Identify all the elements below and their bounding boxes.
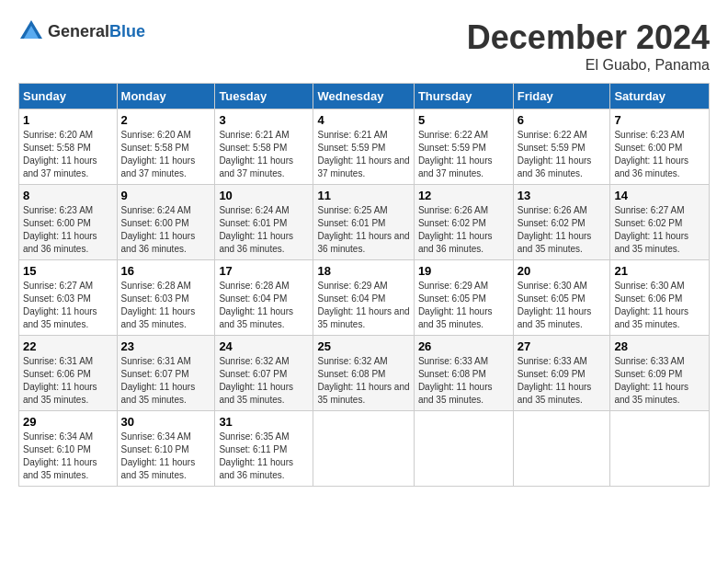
calendar-cell: 22Sunrise: 6:31 AMSunset: 6:06 PMDayligh… xyxy=(19,336,118,411)
calendar-cell: 12Sunrise: 6:26 AMSunset: 6:02 PMDayligh… xyxy=(414,185,513,260)
calendar-cell: 14Sunrise: 6:27 AMSunset: 6:02 PMDayligh… xyxy=(610,185,710,260)
calendar-week-row: 1Sunrise: 6:20 AMSunset: 5:58 PMDaylight… xyxy=(19,109,710,185)
location: El Guabo, Panama xyxy=(467,57,710,74)
day-info: Sunrise: 6:28 AMSunset: 6:04 PMDaylight:… xyxy=(219,280,309,331)
day-number: 5 xyxy=(418,113,509,127)
day-info: Sunrise: 6:31 AMSunset: 6:07 PMDaylight:… xyxy=(121,355,211,407)
day-info: Sunrise: 6:33 AMSunset: 6:09 PMDaylight:… xyxy=(518,355,607,407)
calendar-cell: 9Sunrise: 6:24 AMSunset: 6:00 PMDaylight… xyxy=(117,185,215,260)
day-info: Sunrise: 6:22 AMSunset: 5:59 PMDaylight:… xyxy=(518,129,607,180)
day-info: Sunrise: 6:26 AMSunset: 6:02 PMDaylight:… xyxy=(418,204,509,256)
calendar-cell: 16Sunrise: 6:28 AMSunset: 6:03 PMDayligh… xyxy=(117,260,215,336)
calendar-cell: 1Sunrise: 6:20 AMSunset: 5:58 PMDaylight… xyxy=(19,109,118,185)
day-info: Sunrise: 6:29 AMSunset: 6:04 PMDaylight:… xyxy=(317,280,409,331)
weekday-header: Thursday xyxy=(414,84,513,109)
calendar-cell: 26Sunrise: 6:33 AMSunset: 6:08 PMDayligh… xyxy=(414,336,513,411)
day-number: 9 xyxy=(121,189,211,202)
day-info: Sunrise: 6:25 AMSunset: 6:01 PMDaylight:… xyxy=(317,204,409,256)
calendar-cell: 23Sunrise: 6:31 AMSunset: 6:07 PMDayligh… xyxy=(117,336,215,411)
calendar-cell: 15Sunrise: 6:27 AMSunset: 6:03 PMDayligh… xyxy=(19,260,118,336)
calendar-cell xyxy=(313,411,414,487)
day-info: Sunrise: 6:21 AMSunset: 5:58 PMDaylight:… xyxy=(219,129,309,180)
day-info: Sunrise: 6:26 AMSunset: 6:02 PMDaylight:… xyxy=(518,204,607,256)
day-info: Sunrise: 6:23 AMSunset: 6:00 PMDaylight:… xyxy=(614,129,705,180)
day-info: Sunrise: 6:24 AMSunset: 6:00 PMDaylight:… xyxy=(121,204,211,256)
calendar-cell: 2Sunrise: 6:20 AMSunset: 5:58 PMDaylight… xyxy=(117,109,215,185)
calendar-week-row: 29Sunrise: 6:34 AMSunset: 6:10 PMDayligh… xyxy=(19,411,710,487)
calendar-cell: 28Sunrise: 6:33 AMSunset: 6:09 PMDayligh… xyxy=(610,336,710,411)
day-number: 19 xyxy=(418,264,509,278)
weekday-header: Friday xyxy=(513,84,610,109)
weekday-header: Wednesday xyxy=(313,84,414,109)
month-title: December 2024 xyxy=(467,18,710,57)
calendar-cell xyxy=(610,411,710,487)
day-number: 27 xyxy=(518,339,607,353)
logo-text: GeneralBlue xyxy=(48,22,145,41)
weekday-header: Saturday xyxy=(610,84,710,109)
calendar-cell: 10Sunrise: 6:24 AMSunset: 6:01 PMDayligh… xyxy=(215,185,313,260)
calendar-cell xyxy=(513,411,610,487)
weekday-header: Tuesday xyxy=(215,84,313,109)
day-number: 14 xyxy=(614,189,705,202)
day-number: 31 xyxy=(219,415,309,429)
calendar-cell: 8Sunrise: 6:23 AMSunset: 6:00 PMDaylight… xyxy=(19,185,118,260)
calendar-header-row: SundayMondayTuesdayWednesdayThursdayFrid… xyxy=(19,84,710,109)
calendar-cell: 21Sunrise: 6:30 AMSunset: 6:06 PMDayligh… xyxy=(610,260,710,336)
day-info: Sunrise: 6:20 AMSunset: 5:58 PMDaylight:… xyxy=(121,129,211,180)
calendar-cell: 13Sunrise: 6:26 AMSunset: 6:02 PMDayligh… xyxy=(513,185,610,260)
day-number: 28 xyxy=(614,339,705,353)
calendar-week-row: 22Sunrise: 6:31 AMSunset: 6:06 PMDayligh… xyxy=(19,336,710,411)
calendar-week-row: 8Sunrise: 6:23 AMSunset: 6:00 PMDaylight… xyxy=(19,185,710,260)
day-number: 10 xyxy=(219,189,309,202)
weekday-header: Sunday xyxy=(19,84,118,109)
day-info: Sunrise: 6:32 AMSunset: 6:07 PMDaylight:… xyxy=(219,355,309,407)
day-number: 20 xyxy=(518,264,607,278)
calendar-cell: 17Sunrise: 6:28 AMSunset: 6:04 PMDayligh… xyxy=(215,260,313,336)
day-info: Sunrise: 6:33 AMSunset: 6:08 PMDaylight:… xyxy=(418,355,509,407)
day-number: 13 xyxy=(518,189,607,202)
calendar-cell: 6Sunrise: 6:22 AMSunset: 5:59 PMDaylight… xyxy=(513,109,610,185)
day-number: 6 xyxy=(518,113,607,127)
day-number: 3 xyxy=(219,113,309,127)
day-info: Sunrise: 6:22 AMSunset: 5:59 PMDaylight:… xyxy=(418,129,509,180)
day-info: Sunrise: 6:31 AMSunset: 6:06 PMDaylight:… xyxy=(23,355,113,407)
day-info: Sunrise: 6:34 AMSunset: 6:10 PMDaylight:… xyxy=(23,431,113,482)
day-number: 8 xyxy=(23,189,113,202)
day-number: 29 xyxy=(23,415,113,429)
calendar-cell: 27Sunrise: 6:33 AMSunset: 6:09 PMDayligh… xyxy=(513,336,610,411)
day-number: 26 xyxy=(418,339,509,353)
day-number: 25 xyxy=(317,339,409,353)
weekday-header: Monday xyxy=(117,84,215,109)
calendar-cell: 29Sunrise: 6:34 AMSunset: 6:10 PMDayligh… xyxy=(19,411,118,487)
calendar-cell: 5Sunrise: 6:22 AMSunset: 5:59 PMDaylight… xyxy=(414,109,513,185)
day-number: 1 xyxy=(23,113,113,127)
day-info: Sunrise: 6:28 AMSunset: 6:03 PMDaylight:… xyxy=(121,280,211,331)
day-number: 4 xyxy=(317,113,409,127)
logo-icon xyxy=(18,18,44,44)
day-number: 21 xyxy=(614,264,705,278)
day-info: Sunrise: 6:23 AMSunset: 6:00 PMDaylight:… xyxy=(23,204,113,256)
calendar-cell: 3Sunrise: 6:21 AMSunset: 5:58 PMDaylight… xyxy=(215,109,313,185)
day-info: Sunrise: 6:30 AMSunset: 6:05 PMDaylight:… xyxy=(518,280,607,331)
logo-general: General xyxy=(48,22,109,40)
day-info: Sunrise: 6:35 AMSunset: 6:11 PMDaylight:… xyxy=(219,431,309,482)
title-section: December 2024 El Guabo, Panama xyxy=(467,18,710,74)
day-info: Sunrise: 6:27 AMSunset: 6:03 PMDaylight:… xyxy=(23,280,113,331)
calendar-cell: 31Sunrise: 6:35 AMSunset: 6:11 PMDayligh… xyxy=(215,411,313,487)
day-number: 18 xyxy=(317,264,409,278)
day-number: 11 xyxy=(317,189,409,202)
calendar-cell xyxy=(414,411,513,487)
logo: GeneralBlue xyxy=(18,18,145,44)
page-header: GeneralBlue December 2024 El Guabo, Pana… xyxy=(18,18,710,74)
day-number: 16 xyxy=(121,264,211,278)
day-info: Sunrise: 6:29 AMSunset: 6:05 PMDaylight:… xyxy=(418,280,509,331)
calendar-cell: 19Sunrise: 6:29 AMSunset: 6:05 PMDayligh… xyxy=(414,260,513,336)
calendar-week-row: 15Sunrise: 6:27 AMSunset: 6:03 PMDayligh… xyxy=(19,260,710,336)
calendar-cell: 7Sunrise: 6:23 AMSunset: 6:00 PMDaylight… xyxy=(610,109,710,185)
calendar-cell: 11Sunrise: 6:25 AMSunset: 6:01 PMDayligh… xyxy=(313,185,414,260)
day-info: Sunrise: 6:21 AMSunset: 5:59 PMDaylight:… xyxy=(317,129,409,180)
day-info: Sunrise: 6:24 AMSunset: 6:01 PMDaylight:… xyxy=(219,204,309,256)
calendar-cell: 4Sunrise: 6:21 AMSunset: 5:59 PMDaylight… xyxy=(313,109,414,185)
logo-blue: Blue xyxy=(109,22,145,40)
day-info: Sunrise: 6:20 AMSunset: 5:58 PMDaylight:… xyxy=(23,129,113,180)
